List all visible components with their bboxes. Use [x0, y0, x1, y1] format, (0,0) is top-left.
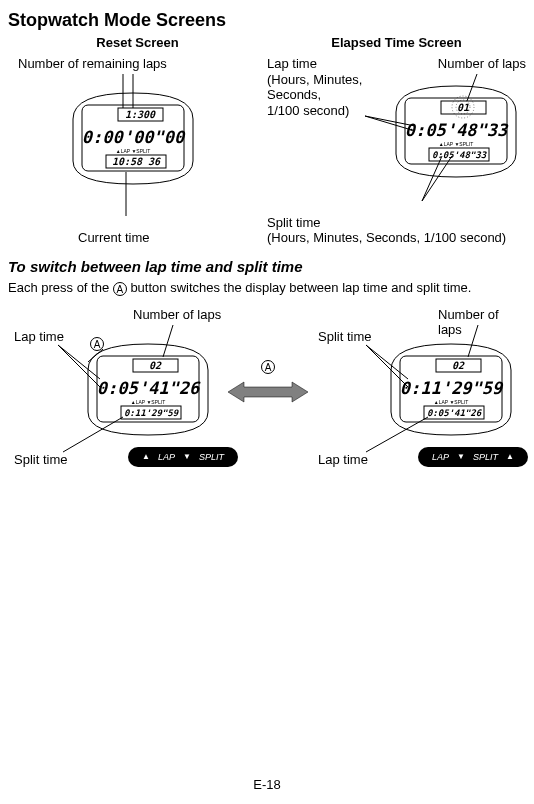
splittime-desc-label: Split time (Hours, Minutes, Seconds, 1/1… — [267, 215, 526, 246]
lapleft-lapsplit: ▲LAP ▼SPLIT — [131, 399, 166, 405]
lap-split-pill-left: ▲ LAP ▼ SPLIT — [128, 447, 238, 467]
pill-right-split: SPLIT — [473, 452, 498, 462]
switch-diagram-row: Number of laps Lap time Split time Numbe… — [8, 307, 526, 507]
reset-header: Reset Screen — [8, 35, 267, 50]
page-title: Stopwatch Mode Screens — [8, 10, 526, 31]
elapsed-header: Elapsed Time Screen — [267, 35, 526, 50]
reset-watch-illustration: 1:300 0:00'00"00 ▲LAP ▼SPLIT 10:58 36 — [68, 91, 198, 186]
reset-diagram: Number of remaining laps 1:300 0:00'00"0… — [8, 56, 267, 246]
page-number: E-18 — [0, 777, 534, 792]
number-of-laps-label: Number of laps — [438, 56, 526, 72]
instruction-paragraph: Each press of the A button switches the … — [8, 279, 526, 297]
top-screens-row: Reset Screen Number of remaining laps 1:… — [8, 35, 526, 246]
para-post: button switches the display between lap … — [127, 280, 472, 295]
laptime-desc-label: Lap time (Hours, Minutes, Seconds, 1/100… — [267, 56, 382, 118]
lapright-lapsplit: ▲LAP ▼SPLIT — [434, 399, 469, 405]
elapsed-lapsplit: ▲LAP ▼SPLIT — [439, 141, 474, 147]
current-time-label: Current time — [78, 230, 150, 246]
laptime-label-left: Lap time — [14, 329, 64, 344]
lap-watch-left-illustration: 02 0:05'41"26 ▲LAP ▼SPLIT 0:11'29"59 — [83, 342, 213, 437]
double-arrow-icon — [228, 380, 308, 404]
lapright-top-value: 02 — [452, 360, 465, 371]
pill-left-split: SPLIT — [199, 452, 224, 462]
down-triangle-icon: ▼ — [457, 452, 465, 461]
elapsed-main-value: 0:05'48"33 — [405, 120, 509, 140]
circled-a-inline: A — [113, 282, 127, 296]
elapsed-diagram: Lap time (Hours, Minutes, Seconds, 1/100… — [267, 56, 526, 246]
reset-column: Reset Screen Number of remaining laps 1:… — [8, 35, 267, 246]
switch-subheading: To switch between lap time and split tim… — [8, 258, 526, 275]
para-pre: Each press of the — [8, 280, 113, 295]
up-triangle-icon: ▲ — [142, 452, 150, 461]
down-triangle-icon: ▼ — [183, 452, 191, 461]
svg-marker-22 — [228, 382, 308, 402]
laptime-label-right: Lap time — [318, 452, 368, 467]
lapright-main-value: 0:11'29"59 — [400, 378, 504, 398]
lap-watch-right-illustration: 02 0:11'29"59 ▲LAP ▼SPLIT 0:05'41"26 — [386, 342, 516, 437]
lap-split-pill-right: LAP ▼ SPLIT ▲ — [418, 447, 528, 467]
elapsed-watch-illustration: 01 0:05'48"33 ▲LAP ▼SPLIT 0:05'48"33 — [391, 84, 521, 179]
circled-a-middle: A — [261, 360, 275, 374]
elapsed-bottom-value: 0:05'48"33 — [432, 150, 488, 160]
reset-top-value: 1:300 — [125, 109, 156, 120]
elapsed-top-value: 01 — [457, 102, 469, 113]
up-triangle-icon: ▲ — [506, 452, 514, 461]
splittime-label-left: Split time — [14, 452, 67, 467]
reset-main-value: 0:00'00"00 — [82, 127, 186, 147]
lapleft-bottom-value: 0:11'29"59 — [124, 408, 180, 418]
lapleft-top-value: 02 — [149, 360, 162, 371]
pill-right-lap: LAP — [432, 452, 449, 462]
lapright-bottom-value: 0:05'41"26 — [427, 408, 483, 418]
elapsed-column: Elapsed Time Screen Lap time (Hours, Min… — [267, 35, 526, 246]
reset-lapsplit: ▲LAP ▼SPLIT — [116, 148, 151, 154]
numlaps-label-right: Number of laps — [438, 307, 526, 337]
lapleft-main-value: 0:05'41"26 — [97, 378, 201, 398]
splittime-label-right: Split time — [318, 329, 371, 344]
reset-bottom-value: 10:58 36 — [112, 156, 161, 167]
remaining-laps-label: Number of remaining laps — [18, 56, 167, 72]
pill-left-lap: LAP — [158, 452, 175, 462]
numlaps-label-left: Number of laps — [133, 307, 221, 322]
